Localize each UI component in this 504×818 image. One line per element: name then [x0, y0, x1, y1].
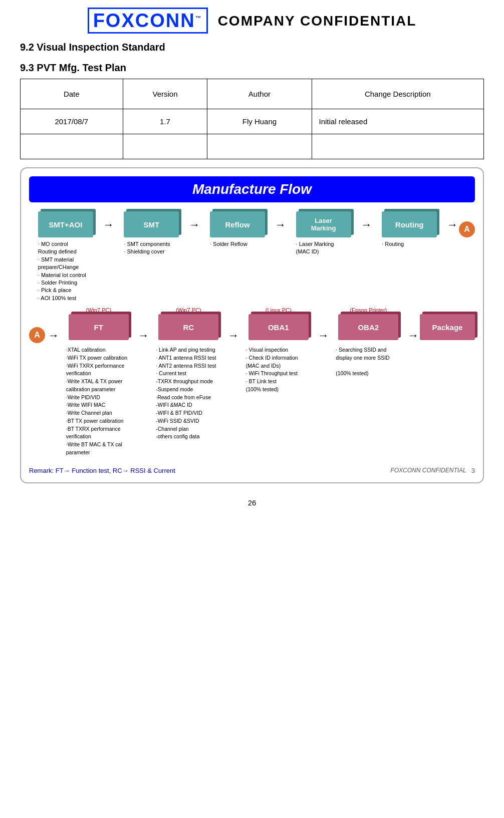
arrow-1: → [102, 218, 115, 231]
page-num-text: 26 [248, 498, 257, 507]
arrow-row2-3: → [317, 314, 330, 342]
flow-item-oba2: (Epson Printer) OBA2 · Searching SSID an… [330, 307, 407, 378]
arrow-row2-1: → [137, 314, 150, 342]
cube-smt-aoi: SMT+AOI [38, 211, 93, 237]
flow-notes-oba2: · Searching SSID and display one more SS… [336, 346, 401, 378]
cube-routing: Routing [382, 211, 437, 237]
page-header: FOXCONN™ COMPANY CONFIDENTIAL [20, 10, 484, 32]
cube-reflow: Reflow [210, 211, 265, 237]
table-row [21, 134, 484, 159]
version-table: Date Version Author Change Description 2… [20, 79, 484, 159]
table-row: 2017/08/7 1.7 Fly Huang Initial released [21, 109, 484, 134]
circle-a-top: A [459, 221, 475, 237]
arrow-3: → [274, 218, 287, 231]
cube-ft: FT [69, 314, 129, 340]
win-label-ft: (Win7 PC) [69, 307, 129, 313]
cell-author-2 [207, 134, 312, 159]
cell-desc-2 [312, 134, 484, 159]
flow-item-smt: SMT · SMT components · Shielding cover [115, 211, 188, 256]
flow-row-1: SMT+AOI · MO control Routing defined · S… [29, 211, 475, 302]
cell-desc-1: Initial released [312, 109, 484, 134]
col-version: Version [123, 79, 207, 109]
flow-notes-rc: · Link AP and ping testing · ANT1 antenn… [156, 346, 221, 441]
section-92-heading: 9.2 Visual Inspection Standard [20, 42, 484, 53]
arrow-row2-2: → [227, 314, 240, 342]
manufacture-flow-box: Manufacture Flow SMT+AOI · MO control Ro… [20, 167, 484, 483]
col-author: Author [207, 79, 312, 109]
logo-tm: ™ [195, 15, 202, 22]
win-label-oba1: (Linux PC) [248, 307, 309, 313]
confidential-label: FOXCONN CONFIDENTIAL [390, 467, 466, 474]
flow-item-reflow: Reflow · Solder Reflow [201, 211, 274, 248]
flow-label-smt-aoi: · MO control Routing defined · SMT mater… [38, 240, 93, 302]
flow-row-2: A → (Win7 PC) FT ·XTAL calibration ·WiFi… [29, 307, 475, 457]
arrow-5: → [446, 218, 459, 231]
arrow-row2-start: → [47, 314, 60, 342]
logo-text: FOXCONN™ [88, 8, 208, 34]
cube-oba1: OBA1 [248, 314, 309, 340]
col-change-desc: Change Description [312, 79, 484, 109]
flow-label-smt: · SMT components · Shielding cover [124, 240, 179, 256]
logo: FOXCONN™ [88, 10, 208, 32]
remark-bar: Remark: FT→ Function test, RC→ RSSI & Cu… [29, 464, 475, 474]
flow-notes-ft: ·XTAL calibration ·WiFi TX power calibra… [66, 346, 131, 457]
flow-item-package: Package [420, 307, 475, 343]
flow-label-reflow: · Solder Reflow [210, 240, 265, 248]
cube-package: Package [420, 314, 475, 340]
section-93-heading: 9.3 PVT Mfg. Test Plan [20, 62, 484, 74]
flow-item-oba1: (Linux PC) OBA1 · Visual inspection · Ch… [240, 307, 317, 394]
flow-label-routing: · Routing [382, 240, 437, 248]
arrow-row2-4: → [407, 314, 420, 342]
flow-notes-oba1: · Visual inspection · Check ID informati… [246, 346, 311, 394]
flow-item-routing: Routing · Routing [373, 211, 446, 248]
arrow-2: → [188, 218, 201, 231]
remark-text: Remark: FT→ Function test, RC→ RSSI & Cu… [29, 467, 175, 474]
mfg-flow-title: Manufacture Flow [29, 176, 475, 202]
flow-label-laser: · Laser Marking (MAC ID) [296, 240, 351, 256]
cell-version-2 [123, 134, 207, 159]
cell-date-1: 2017/08/7 [21, 109, 123, 134]
logo-name: FOXCONN [93, 10, 195, 31]
company-title: COMPANY CONFIDENTIAL [218, 13, 417, 29]
flow-item-laser: Laser Marking · Laser Marking (MAC ID) [287, 211, 360, 256]
page-number: 26 [20, 498, 484, 507]
arrow-4: → [360, 218, 373, 231]
page-num-corner: 3 [471, 467, 475, 474]
cube-rc: RC [158, 314, 218, 340]
win-label-package [420, 307, 475, 313]
flow-item-rc: (Win7 PC) RC · Link AP and ping testing … [150, 307, 227, 441]
cube-smt: SMT [124, 211, 179, 237]
cube-laser: Laser Marking [296, 211, 351, 237]
cube-oba2: OBA2 [338, 314, 398, 340]
cell-author-1: Fly Huang [207, 109, 312, 134]
cell-version-1: 1.7 [123, 109, 207, 134]
win-label-rc: (Win7 PC) [158, 307, 218, 313]
col-date: Date [21, 79, 123, 109]
flow-item-ft: (Win7 PC) FT ·XTAL calibration ·WiFi TX … [60, 307, 137, 457]
flow-item-smt-aoi: SMT+AOI · MO control Routing defined · S… [29, 211, 102, 302]
cell-date-2 [21, 134, 123, 159]
win-label-oba2: (Epson Printer) [336, 307, 401, 313]
circle-a-bottom: A [29, 327, 45, 343]
